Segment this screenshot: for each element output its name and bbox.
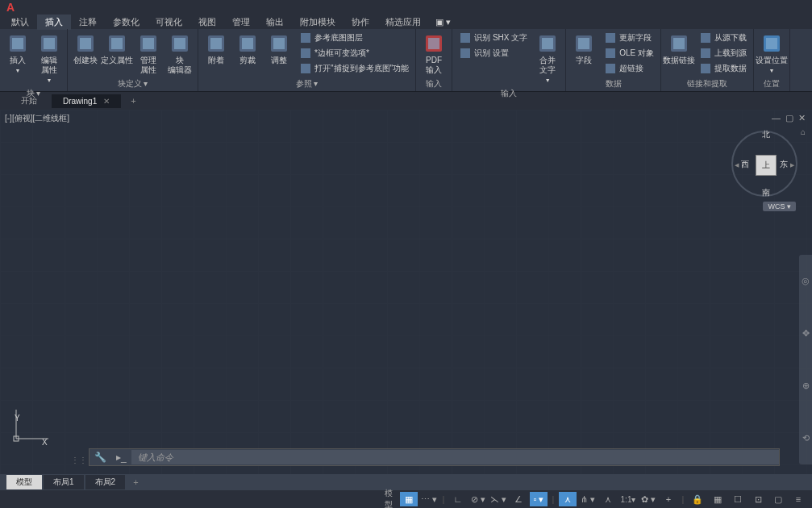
panel-title[interactable]: 输入 bbox=[419, 77, 448, 91]
ribbon-btn-合并-文字[interactable]: 合并文字▼ bbox=[533, 31, 562, 87]
menu-默认[interactable]: 默认 bbox=[3, 15, 37, 30]
doc-tab-开始[interactable]: 开始 bbox=[10, 93, 48, 109]
ribbon-btn-剪裁[interactable]: 剪裁 bbox=[233, 31, 262, 67]
zoom-icon[interactable]: ⊕ bbox=[802, 381, 810, 391]
doc-tab-Drawing1[interactable]: Drawing1✕ bbox=[52, 94, 121, 108]
osnap-toggle[interactable]: ▫ ▾ bbox=[530, 492, 548, 506]
ortho-toggle[interactable]: ∟ bbox=[449, 492, 467, 506]
ribbon-btn-块-编辑器[interactable]: 块编辑器 bbox=[165, 31, 194, 77]
drawing-canvas[interactable]: [-][俯视][二维线框] — ▢ ✕ ⌂ 北 南 ◀ 西 东 ▶ 上 WCS … bbox=[0, 110, 812, 474]
model-space-button[interactable]: 模型 bbox=[380, 492, 398, 506]
cmd-drag-handle[interactable]: ⋮⋮ bbox=[71, 456, 87, 464]
menu-管理[interactable]: 管理 bbox=[224, 15, 258, 30]
cube-top-face[interactable]: 上 bbox=[756, 155, 777, 176]
nav-wheel-icon[interactable]: ◎ bbox=[802, 276, 810, 286]
panel-title[interactable]: 数据 bbox=[569, 77, 657, 91]
menu-视图[interactable]: 视图 bbox=[190, 15, 224, 30]
view-cube[interactable]: 北 南 ◀ 西 东 ▶ 上 bbox=[731, 131, 797, 197]
menu-输出[interactable]: 输出 bbox=[258, 15, 292, 30]
ribbon-btn-识别 设置[interactable]: 识别 设置 bbox=[456, 46, 531, 60]
ribbon-btn-PDF-输入[interactable]: PDF输入 bbox=[419, 31, 448, 77]
ribbon-btn-管理-属性[interactable]: 管理属性 bbox=[134, 31, 163, 77]
annotation-monitor[interactable]: + bbox=[660, 492, 677, 506]
panel-title[interactable]: 输入 bbox=[456, 87, 562, 101]
isodraft-toggle[interactable]: ⋋ ▾ bbox=[489, 492, 507, 506]
ribbon-btn-定义属性[interactable]: 定义属性 bbox=[102, 31, 131, 67]
ribbon-btn-OLE 对象[interactable]: OLE 对象 bbox=[601, 46, 657, 60]
minimize-icon[interactable]: — bbox=[772, 113, 781, 123]
annotation-scale[interactable]: 1:1 ▾ bbox=[619, 492, 637, 506]
clean-screen[interactable]: ▢ bbox=[769, 492, 787, 506]
isolate-objects[interactable]: ☐ bbox=[729, 492, 747, 506]
hardware-accel[interactable]: ⊡ bbox=[749, 492, 767, 506]
layout-tab-模型[interactable]: 模型 bbox=[6, 475, 42, 489]
ribbon-btn-附着[interactable]: 附着 bbox=[202, 31, 231, 67]
ribbon-btn-从源下载[interactable]: 从源下载 bbox=[696, 31, 750, 45]
lineweight-toggle[interactable]: ⋏ bbox=[559, 492, 577, 506]
svg-rect-36 bbox=[701, 64, 710, 73]
ribbon-btn-打开"捕捉到参考底图"功能[interactable]: 打开"捕捉到参考底图"功能 bbox=[296, 61, 412, 76]
quick-properties[interactable]: ▦ bbox=[709, 492, 727, 506]
pan-icon[interactable]: ✥ bbox=[802, 328, 810, 339]
ribbon-btn-参考底图图层[interactable]: 参考底图图层 bbox=[296, 31, 412, 45]
ribbon-btn-插入[interactable]: 插入▼ bbox=[3, 31, 32, 77]
menu-options-icon[interactable]: ▣ ▾ bbox=[435, 17, 451, 27]
small-icon bbox=[299, 31, 312, 44]
ribbon-btn-设置位置[interactable]: 设置位置▼ bbox=[757, 31, 786, 77]
menu-参数化[interactable]: 参数化 bbox=[105, 15, 148, 30]
menu-可视化[interactable]: 可视化 bbox=[148, 15, 190, 30]
ribbon-icon bbox=[74, 32, 97, 55]
layout-tab-布局1[interactable]: 布局1 bbox=[44, 475, 84, 489]
menu-协作[interactable]: 协作 bbox=[344, 15, 377, 30]
ribbon-btn-创建块[interactable]: 创建块 bbox=[71, 31, 100, 67]
layout-tab-布局2[interactable]: 布局2 bbox=[85, 475, 126, 489]
otrack-toggle[interactable]: ∠ bbox=[510, 492, 527, 506]
cube-north[interactable]: 北 bbox=[762, 129, 770, 140]
menu-注释[interactable]: 注释 bbox=[71, 15, 105, 30]
ribbon-btn-字段[interactable]: 字段 bbox=[569, 31, 598, 67]
close-icon[interactable]: ✕ bbox=[103, 97, 110, 106]
ribbon-btn-*边框可变选项*[interactable]: *边框可变选项* bbox=[296, 46, 412, 60]
cube-east[interactable]: 东 ▶ bbox=[780, 159, 794, 170]
cube-west[interactable]: ◀ 西 bbox=[735, 159, 749, 170]
btn-label: PDF输入 bbox=[426, 56, 442, 75]
close-icon[interactable]: ✕ bbox=[798, 113, 806, 123]
ribbon-btn-识别  SHX 文字[interactable]: 识别 SHX 文字 bbox=[456, 31, 531, 45]
ribbon-btn-超链接[interactable]: 超链接 bbox=[601, 61, 657, 76]
panel-title[interactable]: 块定义 ▾ bbox=[71, 77, 194, 91]
menu-精选应用[interactable]: 精选应用 bbox=[377, 15, 429, 30]
btn-label: 数据链接 bbox=[663, 56, 695, 65]
maximize-icon[interactable]: ▢ bbox=[785, 113, 793, 123]
orbit-icon[interactable]: ⟲ bbox=[802, 433, 810, 443]
units-toggle[interactable]: 🔒 bbox=[689, 492, 706, 506]
panel-title[interactable]: 链接和提取 bbox=[664, 77, 750, 91]
command-input[interactable] bbox=[131, 450, 779, 464]
grid-toggle[interactable]: ▦ bbox=[400, 492, 418, 506]
panel-title[interactable]: 参照 ▾ bbox=[202, 77, 412, 91]
snap-toggle[interactable]: ⋯ ▾ bbox=[420, 492, 438, 506]
home-icon[interactable]: ⌂ bbox=[801, 127, 806, 136]
navigation-bar[interactable]: ◎ ✥ ⊕ ⟲ bbox=[799, 255, 812, 464]
cube-south[interactable]: 南 bbox=[762, 187, 770, 198]
wcs-indicator[interactable]: WCS ▾ bbox=[763, 202, 796, 211]
menu-附加模块[interactable]: 附加模块 bbox=[292, 15, 344, 30]
menu-插入[interactable]: 插入 bbox=[37, 15, 71, 30]
cmd-customize-icon[interactable]: 🔧 bbox=[90, 452, 111, 463]
workspace-switch[interactable]: ✿ ▾ bbox=[639, 492, 657, 506]
svg-rect-13 bbox=[210, 38, 222, 49]
transparency-toggle[interactable]: ⋔ ▾ bbox=[579, 492, 597, 506]
ribbon-btn-编辑-属性[interactable]: 编辑属性▼ bbox=[35, 31, 64, 87]
ribbon-btn-更新字段[interactable]: 更新字段 bbox=[601, 31, 657, 45]
panel-title[interactable]: 位置 bbox=[757, 77, 786, 91]
ribbon-btn-上载到源[interactable]: 上载到源 bbox=[696, 46, 750, 60]
ribbon-btn-提取数据[interactable]: 提取数据 bbox=[696, 61, 750, 76]
new-layout-button[interactable]: + bbox=[127, 476, 144, 489]
new-tab-button[interactable]: + bbox=[124, 94, 142, 107]
command-line: 🔧 ▸_ bbox=[89, 448, 780, 466]
view-label[interactable]: [-][俯视][二维线框] bbox=[5, 113, 69, 124]
polar-toggle[interactable]: ⊘ ▾ bbox=[469, 492, 487, 506]
ribbon-btn-调整[interactable]: 调整 bbox=[264, 31, 294, 67]
selection-cycling[interactable]: ⋏ bbox=[599, 492, 617, 506]
ribbon-btn-数据链接[interactable]: 数据链接 bbox=[664, 31, 693, 67]
customization[interactable]: ≡ bbox=[789, 492, 807, 506]
